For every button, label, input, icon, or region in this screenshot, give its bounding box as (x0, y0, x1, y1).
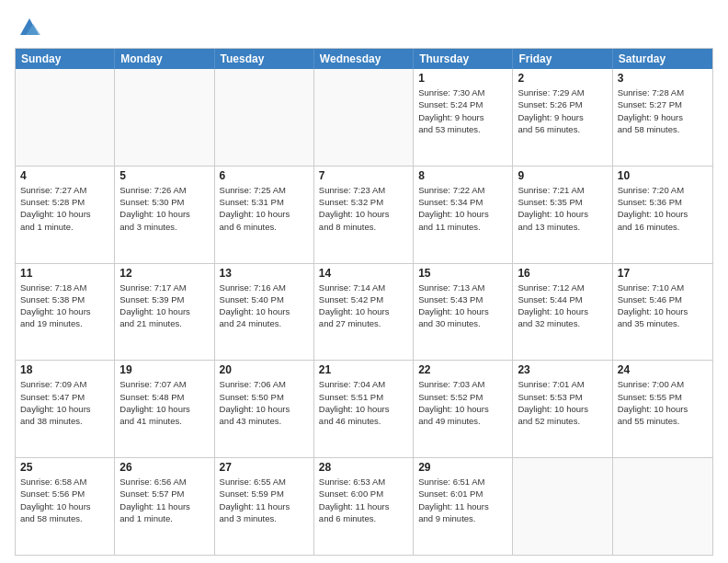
calendar-cell: 27Sunrise: 6:55 AM Sunset: 5:59 PM Dayli… (215, 458, 314, 555)
day-info: Sunrise: 7:07 AM Sunset: 5:48 PM Dayligh… (119, 378, 209, 427)
calendar-cell: 5Sunrise: 7:26 AM Sunset: 5:30 PM Daylig… (115, 167, 214, 263)
day-info: Sunrise: 7:03 AM Sunset: 5:52 PM Dayligh… (418, 378, 507, 427)
day-info: Sunrise: 7:26 AM Sunset: 5:30 PM Dayligh… (119, 184, 209, 233)
header-cell-saturday: Saturday (613, 49, 712, 69)
day-number: 21 (319, 363, 408, 376)
day-info: Sunrise: 7:18 AM Sunset: 5:38 PM Dayligh… (20, 282, 109, 330)
calendar-cell: 1Sunrise: 7:30 AM Sunset: 5:24 PM Daylig… (414, 69, 513, 166)
calendar-cell: 20Sunrise: 7:06 AM Sunset: 5:50 PM Dayli… (215, 361, 314, 457)
calendar-cell: 14Sunrise: 7:14 AM Sunset: 5:42 PM Dayli… (314, 264, 414, 361)
day-number: 26 (119, 461, 209, 474)
day-info: Sunrise: 6:53 AM Sunset: 6:00 PM Dayligh… (319, 476, 408, 524)
calendar-cell: 2Sunrise: 7:29 AM Sunset: 5:26 PM Daylig… (513, 69, 612, 166)
calendar-cell: 13Sunrise: 7:16 AM Sunset: 5:40 PM Dayli… (215, 264, 314, 361)
calendar-cell: 29Sunrise: 6:51 AM Sunset: 6:01 PM Dayli… (414, 458, 513, 555)
calendar-cell (16, 69, 115, 166)
day-info: Sunrise: 7:28 AM Sunset: 5:27 PM Dayligh… (618, 86, 708, 135)
calendar-body: 1Sunrise: 7:30 AM Sunset: 5:24 PM Daylig… (16, 69, 712, 555)
day-number: 28 (319, 461, 408, 474)
day-info: Sunrise: 7:12 AM Sunset: 5:44 PM Dayligh… (518, 282, 607, 330)
day-info: Sunrise: 7:04 AM Sunset: 5:51 PM Dayligh… (319, 378, 408, 427)
day-number: 13 (220, 267, 309, 280)
calendar-cell: 9Sunrise: 7:21 AM Sunset: 5:35 PM Daylig… (513, 167, 612, 263)
calendar-cell: 22Sunrise: 7:03 AM Sunset: 5:52 PM Dayli… (414, 361, 513, 457)
calendar-cell: 18Sunrise: 7:09 AM Sunset: 5:47 PM Dayli… (16, 361, 115, 457)
calendar-cell: 21Sunrise: 7:04 AM Sunset: 5:51 PM Dayli… (314, 361, 414, 457)
day-info: Sunrise: 7:09 AM Sunset: 5:47 PM Dayligh… (20, 378, 109, 427)
day-number: 7 (319, 169, 408, 182)
page: SundayMondayTuesdayWednesdayThursdayFrid… (0, 0, 728, 563)
calendar-cell: 16Sunrise: 7:12 AM Sunset: 5:44 PM Dayli… (513, 264, 612, 361)
day-info: Sunrise: 7:17 AM Sunset: 5:39 PM Dayligh… (119, 282, 209, 330)
calendar-cell (513, 458, 612, 555)
day-info: Sunrise: 7:30 AM Sunset: 5:24 PM Dayligh… (418, 86, 507, 135)
calendar-cell: 23Sunrise: 7:01 AM Sunset: 5:53 PM Dayli… (513, 361, 612, 457)
day-info: Sunrise: 7:06 AM Sunset: 5:50 PM Dayligh… (220, 378, 309, 427)
calendar-cell: 19Sunrise: 7:07 AM Sunset: 5:48 PM Dayli… (115, 361, 214, 457)
day-number: 29 (418, 461, 507, 474)
day-info: Sunrise: 7:27 AM Sunset: 5:28 PM Dayligh… (20, 184, 109, 233)
day-number: 3 (618, 72, 708, 85)
day-number: 14 (319, 267, 408, 280)
header-cell-wednesday: Wednesday (314, 49, 414, 69)
day-number: 27 (220, 461, 309, 474)
day-number: 19 (119, 363, 209, 376)
day-info: Sunrise: 7:29 AM Sunset: 5:26 PM Dayligh… (518, 86, 607, 135)
day-number: 25 (20, 461, 109, 474)
calendar-week-1: 4Sunrise: 7:27 AM Sunset: 5:28 PM Daylig… (16, 166, 712, 263)
calendar-week-2: 11Sunrise: 7:18 AM Sunset: 5:38 PM Dayli… (16, 263, 712, 361)
header-cell-sunday: Sunday (16, 49, 115, 69)
day-info: Sunrise: 7:21 AM Sunset: 5:35 PM Dayligh… (518, 184, 607, 233)
day-info: Sunrise: 7:22 AM Sunset: 5:34 PM Dayligh… (418, 184, 507, 233)
day-number: 20 (220, 363, 309, 376)
calendar-cell: 15Sunrise: 7:13 AM Sunset: 5:43 PM Dayli… (414, 264, 513, 361)
calendar-cell: 24Sunrise: 7:00 AM Sunset: 5:55 PM Dayli… (613, 361, 712, 457)
day-number: 10 (618, 169, 708, 182)
calendar-cell: 3Sunrise: 7:28 AM Sunset: 5:27 PM Daylig… (613, 69, 712, 166)
calendar-cell: 6Sunrise: 7:25 AM Sunset: 5:31 PM Daylig… (215, 167, 314, 263)
day-info: Sunrise: 7:23 AM Sunset: 5:32 PM Dayligh… (319, 184, 408, 233)
calendar-week-0: 1Sunrise: 7:30 AM Sunset: 5:24 PM Daylig… (16, 69, 712, 166)
calendar-cell: 17Sunrise: 7:10 AM Sunset: 5:46 PM Dayli… (613, 264, 712, 361)
day-info: Sunrise: 7:14 AM Sunset: 5:42 PM Dayligh… (319, 282, 408, 330)
header-cell-tuesday: Tuesday (215, 49, 314, 69)
header-cell-thursday: Thursday (414, 49, 513, 69)
day-number: 12 (119, 267, 209, 280)
day-number: 18 (20, 363, 109, 376)
calendar-cell: 26Sunrise: 6:56 AM Sunset: 5:57 PM Dayli… (115, 458, 214, 555)
calendar-cell (215, 69, 314, 166)
day-number: 24 (618, 363, 708, 376)
day-info: Sunrise: 7:00 AM Sunset: 5:55 PM Dayligh… (618, 378, 708, 427)
logo (15, 15, 42, 40)
calendar-header: SundayMondayTuesdayWednesdayThursdayFrid… (16, 49, 712, 69)
day-number: 1 (418, 72, 507, 85)
header-cell-friday: Friday (513, 49, 612, 69)
day-info: Sunrise: 7:10 AM Sunset: 5:46 PM Dayligh… (618, 282, 708, 330)
calendar-cell: 10Sunrise: 7:20 AM Sunset: 5:36 PM Dayli… (613, 167, 712, 263)
day-number: 6 (220, 169, 309, 182)
day-info: Sunrise: 7:25 AM Sunset: 5:31 PM Dayligh… (220, 184, 309, 233)
calendar-cell: 4Sunrise: 7:27 AM Sunset: 5:28 PM Daylig… (16, 167, 115, 263)
day-number: 11 (20, 267, 109, 280)
day-number: 5 (119, 169, 209, 182)
day-number: 8 (418, 169, 507, 182)
day-number: 16 (518, 267, 607, 280)
calendar-cell (115, 69, 214, 166)
calendar-cell: 7Sunrise: 7:23 AM Sunset: 5:32 PM Daylig… (314, 167, 414, 263)
day-info: Sunrise: 6:55 AM Sunset: 5:59 PM Dayligh… (220, 476, 309, 524)
day-number: 23 (518, 363, 607, 376)
header-cell-monday: Monday (115, 49, 214, 69)
logo-icon (17, 15, 42, 40)
day-info: Sunrise: 6:56 AM Sunset: 5:57 PM Dayligh… (119, 476, 209, 524)
day-number: 9 (518, 169, 607, 182)
calendar-cell (314, 69, 414, 166)
day-number: 2 (518, 72, 607, 85)
calendar-cell: 11Sunrise: 7:18 AM Sunset: 5:38 PM Dayli… (16, 264, 115, 361)
day-number: 15 (418, 267, 507, 280)
day-info: Sunrise: 7:16 AM Sunset: 5:40 PM Dayligh… (220, 282, 309, 330)
day-info: Sunrise: 7:13 AM Sunset: 5:43 PM Dayligh… (418, 282, 507, 330)
header (15, 11, 713, 40)
day-info: Sunrise: 6:51 AM Sunset: 6:01 PM Dayligh… (418, 476, 507, 524)
day-number: 17 (618, 267, 708, 280)
day-info: Sunrise: 7:01 AM Sunset: 5:53 PM Dayligh… (518, 378, 607, 427)
